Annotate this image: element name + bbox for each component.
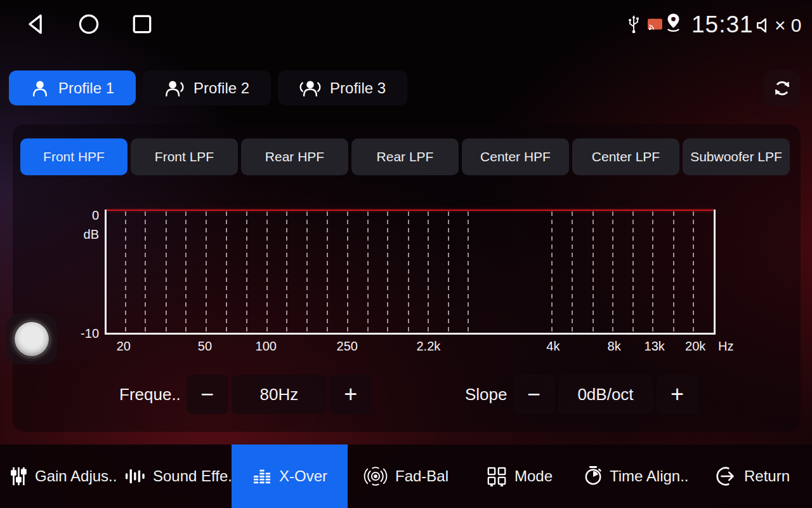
chart-gridline	[145, 211, 146, 331]
filter-tab-label: Center LPF	[592, 149, 660, 164]
filter-tab-subwoofer-lpf[interactable]: Subwoofer LPF	[683, 138, 790, 175]
filter-tab-label: Center HPF	[480, 149, 551, 164]
x-axis-unit: Hz	[718, 339, 733, 354]
frequency-control: Freque.. − 80Hz +	[119, 375, 372, 414]
stopwatch-icon	[584, 465, 603, 487]
y-tick-minus10db: -10	[67, 326, 99, 341]
person-icon	[30, 79, 49, 98]
filter-tab-label: Front LPF	[155, 149, 214, 164]
profile-tab-2[interactable]: Profile 2	[143, 70, 271, 105]
nav-item-x-over[interactable]: X-Over	[232, 444, 348, 508]
nav-item-label: Sound Effe..	[153, 467, 237, 485]
chart-gridline	[226, 211, 227, 331]
chart-gridline	[347, 211, 348, 331]
slope-plus-button[interactable]: +	[657, 375, 698, 414]
equalizer-icon	[252, 467, 272, 486]
chart-gridline	[632, 211, 634, 331]
knob-disc	[15, 322, 49, 356]
nav-item-label: Mode	[514, 467, 553, 485]
floating-knob-button[interactable]	[6, 314, 57, 364]
x-axis-ticks: 20501002502.2k4k8k13k20k	[105, 339, 716, 356]
reset-button[interactable]	[764, 70, 801, 107]
home-icon[interactable]	[76, 11, 102, 37]
frequency-plus-button[interactable]: +	[330, 375, 372, 414]
chart-gridline	[468, 211, 469, 331]
frequency-label: Freque..	[119, 385, 181, 404]
nav-item-time-align[interactable]: Time Align..	[584, 444, 689, 508]
filter-tab-label: Subwoofer LPF	[690, 149, 782, 164]
profile-tabs: Profile 1Profile 2Profile 3	[9, 70, 407, 105]
mixer-icon	[9, 466, 28, 486]
volume-level: × 0	[775, 15, 802, 36]
chart-gridline	[408, 211, 409, 331]
nav-item-gain-adjus[interactable]: Gain Adjus..	[9, 444, 117, 508]
chart-gridline	[448, 211, 449, 331]
return-arrow-icon	[716, 465, 737, 487]
chart-gridline	[572, 211, 573, 331]
chart-gridline	[125, 211, 126, 331]
chart-gridline	[612, 211, 613, 331]
profile-tab-label: Profile 3	[330, 79, 386, 97]
profile-tab-1[interactable]: Profile 1	[9, 70, 136, 105]
x-tick-label: 20	[117, 339, 131, 354]
chart-gridline	[185, 211, 187, 331]
filter-tab-rear-hpf[interactable]: Rear HPF	[241, 138, 348, 175]
filter-tab-label: Front HPF	[43, 149, 105, 164]
profile-tab-3[interactable]: Profile 3	[278, 70, 407, 105]
nav-item-label: X-Over	[279, 467, 327, 485]
slope-minus-button[interactable]: −	[513, 375, 555, 414]
y-tick-0db: 0	[74, 208, 99, 223]
x-tick-label: 4k	[546, 339, 560, 354]
x-tick-label: 13k	[645, 339, 665, 354]
nav-item-fad-bal[interactable]: Fad-Bal	[363, 444, 449, 508]
filter-tab-front-hpf[interactable]: Front HPF	[20, 138, 128, 175]
recents-icon[interactable]	[129, 11, 155, 37]
nav-item-return[interactable]: Return	[716, 444, 790, 508]
grid-icon	[486, 465, 508, 487]
nav-item-label: Time Align..	[610, 467, 689, 485]
filter-tab-bar: Front HPFFront LPFRear HPFRear LPFCenter…	[20, 138, 790, 175]
chart-gridline	[428, 211, 429, 331]
muted-speaker-icon	[755, 17, 773, 34]
x-tick-label: 50	[198, 339, 212, 354]
surround-icon	[363, 466, 388, 486]
back-icon[interactable]	[23, 11, 48, 37]
chart-gridline	[673, 211, 674, 331]
chart-gridline	[593, 211, 594, 331]
profile-tab-label: Profile 2	[193, 79, 249, 97]
frequency-value: 80Hz	[232, 375, 327, 414]
filter-tab-front-lpf[interactable]: Front LPF	[131, 138, 238, 175]
nav-item-label: Return	[744, 467, 790, 485]
filter-tab-rear-lpf[interactable]: Rear LPF	[351, 138, 459, 175]
x-tick-label: 20k	[685, 339, 705, 354]
chart-gridline	[367, 211, 369, 331]
nav-item-mode[interactable]: Mode	[486, 444, 553, 508]
profile-tab-label: Profile 1	[58, 79, 114, 97]
chart-gridline	[693, 211, 694, 331]
x-tick-label: 2.2k	[416, 339, 440, 354]
chart-gridline	[206, 211, 207, 331]
volume-status: × 0	[755, 15, 802, 36]
location-icon	[665, 13, 682, 32]
nav-item-sound-effe[interactable]: Sound Effe..	[124, 444, 237, 508]
filter-tab-center-hpf[interactable]: Center HPF	[462, 138, 569, 175]
chart-gridline	[327, 211, 328, 331]
filter-tab-center-lpf[interactable]: Center LPF	[572, 138, 679, 175]
x-tick-label: 250	[337, 339, 358, 354]
response-curve	[107, 210, 714, 211]
chart-gridline	[387, 211, 388, 331]
y-axis-label: dB	[70, 227, 99, 242]
person-3-icon	[299, 79, 321, 98]
sync-icon	[771, 77, 793, 99]
chart-gridline	[306, 211, 308, 331]
chart-gridline	[551, 211, 553, 331]
frequency-response-plot	[105, 210, 716, 335]
chart-gridline	[246, 211, 247, 331]
x-tick-label: 100	[256, 339, 277, 354]
person-2-icon	[164, 79, 185, 98]
filter-tab-label: Rear HPF	[265, 149, 324, 164]
head-unit-screen: 15:31 × 0 Profile 1Profile 2Profile 3 Fr…	[0, 0, 812, 508]
chart-gridline	[266, 211, 268, 331]
x-tick-label: 8k	[608, 339, 621, 354]
frequency-minus-button[interactable]: −	[187, 375, 228, 414]
